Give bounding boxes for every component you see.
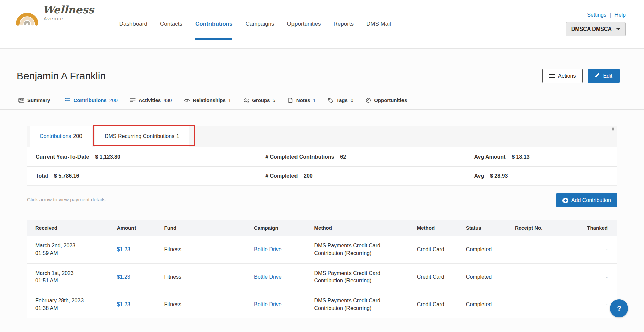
- contributions-table: Received Amount Fund Campaign Method Met…: [27, 220, 617, 318]
- cell-fund: Fitness: [161, 263, 251, 291]
- title-buttons: Actions Edit: [542, 69, 620, 83]
- contribution-stats: Current Year-To-Date – $ 1,123.80 # Comp…: [27, 147, 617, 186]
- help-link[interactable]: Help: [614, 12, 626, 18]
- actions-button-label: Actions: [558, 73, 576, 79]
- cell-thanked: -: [576, 236, 617, 264]
- rainbow-logo-icon: [15, 4, 39, 27]
- stats-row-1: Current Year-To-Date – $ 1,123.80 # Comp…: [27, 147, 617, 166]
- plus-circle-icon: +: [562, 198, 568, 203]
- cell-received: February 28th, 202301:38 AM: [27, 291, 114, 318]
- help-fab-button[interactable]: ?: [610, 299, 628, 317]
- page-title: Benjamin A Franklin: [17, 70, 106, 82]
- caret-down-icon: [616, 28, 620, 30]
- cell-method-desc: DMS Payments Credit Card Contribution (R…: [311, 236, 414, 264]
- account-dropdown[interactable]: DMSCA DMSCA: [566, 22, 626, 36]
- tab-label: Tags: [336, 97, 348, 103]
- cell-receipt: [512, 263, 576, 291]
- cell-campaign: Bottle Drive: [251, 291, 311, 318]
- amount-link[interactable]: $1.23: [117, 274, 130, 280]
- contact-tab-bar: Summary Contributions 200 Activities 430…: [0, 97, 644, 110]
- groups-people-icon: [243, 98, 249, 103]
- tab-count: 200: [109, 97, 118, 103]
- tab-opportunities[interactable]: Opportunities: [365, 97, 410, 103]
- stat-total: Total – $ 5,786.16: [27, 173, 265, 179]
- nav-dms-mail[interactable]: DMS Mail: [366, 0, 391, 48]
- brand-name: Wellness: [43, 4, 94, 16]
- help-question-icon: ?: [617, 304, 621, 313]
- tab-label: Opportunities: [374, 97, 407, 103]
- tab-tags[interactable]: Tags 0: [328, 97, 353, 103]
- stat-avg: Avg – $ 28.93: [474, 173, 617, 179]
- edit-button-label: Edit: [603, 73, 612, 79]
- add-contribution-button[interactable]: + Add Contribution: [556, 193, 617, 207]
- col-campaign: Campaign: [251, 220, 311, 236]
- tab-count: 1: [228, 97, 231, 103]
- brand-logo[interactable]: Wellness Avenue: [15, 0, 94, 48]
- cell-status: Completed: [463, 291, 512, 318]
- nav-dashboard[interactable]: Dashboard: [119, 0, 147, 48]
- sort-arrows-icon[interactable]: [612, 127, 614, 131]
- cell-status: Completed: [463, 263, 512, 291]
- cell-thanked: -: [576, 263, 617, 291]
- payment-details-hint: Click arrow to view payment details.: [27, 193, 107, 202]
- cell-method-desc: DMS Payments Credit Card Contribution (R…: [311, 291, 414, 318]
- table-row: February 28th, 202301:38 AM $1.23 Fitnes…: [27, 291, 617, 318]
- activities-list-icon: [130, 98, 136, 103]
- main-nav: Dashboard Contacts Contributions Campaig…: [119, 0, 391, 48]
- campaign-link[interactable]: Bottle Drive: [254, 301, 282, 307]
- amount-link[interactable]: $1.23: [117, 246, 130, 252]
- tab-notes[interactable]: Notes 1: [287, 97, 316, 103]
- actions-button[interactable]: Actions: [542, 69, 583, 83]
- tab-label: Summary: [27, 97, 50, 103]
- nav-contributions[interactable]: Contributions: [195, 0, 232, 48]
- col-status: Status: [463, 220, 512, 236]
- panel-tab-label: Contributions: [40, 133, 71, 140]
- tab-contributions[interactable]: Contributions 200: [65, 97, 117, 103]
- hamburger-icon: [549, 74, 555, 78]
- col-amount: Amount: [114, 220, 161, 236]
- tags-tag-icon: [328, 98, 334, 103]
- col-received: Received: [27, 220, 114, 236]
- tab-label: Notes: [296, 97, 310, 103]
- nav-campaigns[interactable]: Campaigns: [245, 0, 274, 48]
- edit-button[interactable]: Edit: [588, 69, 620, 83]
- tab-activities[interactable]: Activities 430: [130, 97, 172, 103]
- table-row: March 1st, 202301:51 AM $1.23 Fitness Bo…: [27, 263, 617, 291]
- table-header-row: Received Amount Fund Campaign Method Met…: [27, 220, 617, 236]
- panel-tab-strip: Contributions 200 DMS Recurring Contribu…: [27, 126, 617, 147]
- panel-tab-label: DMS Recurring Contributions: [105, 133, 174, 140]
- stat-completed-contributions: # Completed Contributions – 62: [265, 154, 474, 160]
- tab-label: Relationships: [193, 97, 225, 103]
- tab-relationships[interactable]: Relationships 1: [184, 97, 231, 103]
- col-fund: Fund: [161, 220, 251, 236]
- stats-row-2: Total – $ 5,786.16 # Completed – 200 Avg…: [27, 166, 617, 185]
- cell-received: March 1st, 202301:51 AM: [27, 263, 114, 291]
- tab-count: 5: [273, 97, 275, 103]
- link-separator: |: [610, 12, 611, 18]
- stat-year-to-date: Current Year-To-Date – $ 1,123.80: [27, 154, 265, 160]
- summary-card-icon: [18, 98, 24, 103]
- cell-amount: $1.23: [114, 263, 161, 291]
- panel-tab-dms-recurring[interactable]: DMS Recurring Contributions 1: [95, 126, 189, 147]
- nav-contacts[interactable]: Contacts: [160, 0, 182, 48]
- tab-groups[interactable]: Groups 5: [243, 97, 275, 103]
- cell-receipt: [512, 236, 576, 264]
- amount-link[interactable]: $1.23: [117, 301, 130, 307]
- table-row: March 2nd, 202301:59 AM $1.23 Fitness Bo…: [27, 236, 617, 264]
- relationships-eye-icon: [184, 98, 190, 103]
- col-method: Method: [414, 220, 463, 236]
- brand-subname: Avenue: [44, 16, 94, 21]
- nav-reports[interactable]: Reports: [334, 0, 354, 48]
- contributions-panel: Contributions 200 DMS Recurring Contribu…: [27, 126, 617, 318]
- panel-tab-count: 1: [176, 133, 179, 140]
- tab-label: Groups: [252, 97, 270, 103]
- campaign-link[interactable]: Bottle Drive: [254, 274, 282, 280]
- panel-tab-contributions[interactable]: Contributions 200: [30, 126, 92, 147]
- tab-summary[interactable]: Summary: [18, 97, 53, 103]
- cell-campaign: Bottle Drive: [251, 236, 311, 264]
- campaign-link[interactable]: Bottle Drive: [254, 246, 282, 252]
- cell-method-desc: DMS Payments Credit Card Contribution (R…: [311, 263, 414, 291]
- settings-link[interactable]: Settings: [587, 12, 606, 18]
- top-header: Wellness Avenue Dashboard Contacts Contr…: [0, 0, 644, 49]
- nav-opportunities[interactable]: Opportunities: [287, 0, 321, 48]
